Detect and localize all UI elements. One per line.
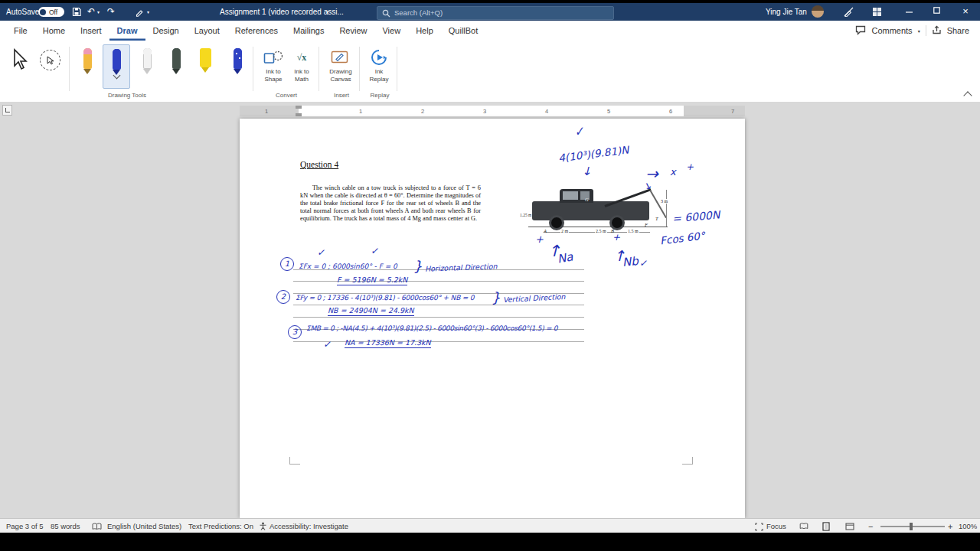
redo-icon[interactable]: ↷ bbox=[107, 6, 115, 17]
document-area: 1 1 2 3 4 5 6 7 Question 4 The winch cab… bbox=[0, 102, 980, 518]
zoom-slider-thumb[interactable] bbox=[910, 523, 913, 530]
undo-dropdown-caret[interactable]: ▾ bbox=[97, 9, 100, 15]
answer-line bbox=[293, 317, 584, 318]
lasso-select-icon[interactable] bbox=[40, 50, 60, 70]
point-label-g: G bbox=[585, 197, 589, 202]
ribbon-divider bbox=[253, 47, 253, 91]
pen-tool-amber[interactable] bbox=[74, 44, 101, 89]
zoom-slider-track[interactable] bbox=[880, 526, 945, 527]
action-pen-tool-blue[interactable] bbox=[224, 44, 251, 89]
editing-pen-icon[interactable] bbox=[844, 7, 854, 18]
tab-quillbot[interactable]: QuillBot bbox=[441, 21, 486, 41]
autosave-toggle[interactable]: Off bbox=[38, 7, 64, 17]
title-dropdown-caret[interactable]: ▾ bbox=[326, 9, 328, 15]
language-status[interactable]: English (United States) bbox=[107, 522, 181, 530]
ink-brace: } bbox=[492, 289, 500, 305]
autosave-toggle-knob bbox=[40, 9, 46, 15]
tab-draw[interactable]: Draw bbox=[109, 21, 145, 41]
user-avatar[interactable] bbox=[812, 5, 824, 18]
tab-home[interactable]: Home bbox=[35, 21, 73, 41]
tab-view[interactable]: View bbox=[374, 21, 408, 41]
share-button[interactable]: Share bbox=[947, 26, 969, 35]
tab-insert[interactable]: Insert bbox=[73, 21, 109, 41]
ink-nb-label: Nb bbox=[622, 254, 639, 269]
drawing-canvas-button[interactable]: Drawing Canvas bbox=[322, 47, 360, 94]
focus-icon bbox=[755, 523, 763, 533]
tab-help[interactable]: Help bbox=[408, 21, 441, 41]
focus-button[interactable]: Focus bbox=[766, 522, 786, 530]
comments-caret[interactable]: ▾ bbox=[918, 28, 920, 34]
ink-plus-sign: + bbox=[535, 233, 544, 245]
ink-checkmark: ✓ bbox=[639, 258, 647, 269]
search-box[interactable]: Search (Alt+Q) bbox=[377, 6, 614, 20]
ink-eq1-number: 1 bbox=[280, 257, 294, 271]
first-line-indent-marker[interactable] bbox=[296, 106, 302, 109]
ink-eq3-number: 3 bbox=[288, 325, 302, 339]
ink-to-math-label-1: Ink to bbox=[286, 68, 317, 76]
text-predictions-status[interactable]: Text Predictions: On bbox=[188, 522, 253, 530]
comments-button[interactable]: Comments bbox=[871, 26, 912, 35]
tab-design[interactable]: Design bbox=[145, 21, 187, 41]
ink-replay-icon bbox=[361, 47, 397, 68]
tab-stop-selector[interactable] bbox=[2, 105, 12, 116]
ink-checkmark: ✓ bbox=[371, 246, 378, 256]
tab-references[interactable]: References bbox=[227, 21, 286, 41]
problem-statement: The winch cable on a tow truck is subjec… bbox=[300, 184, 481, 223]
ink-to-math-button[interactable]: √x Ink to Math bbox=[286, 47, 317, 94]
close-button[interactable]: × bbox=[954, 3, 977, 21]
ink-replay-button[interactable]: Ink Replay bbox=[361, 47, 397, 94]
search-placeholder: Search (Alt+Q) bbox=[394, 8, 443, 17]
ruler-number: 3 bbox=[483, 108, 486, 115]
user-name[interactable]: Ying Jie Tan bbox=[766, 8, 807, 16]
tab-mailings[interactable]: Mailings bbox=[286, 21, 332, 41]
dim-label-15m: 1.5 m bbox=[627, 229, 639, 233]
group-label-convert: Convert bbox=[254, 92, 318, 99]
minimize-button[interactable] bbox=[897, 3, 920, 21]
ruler-number: 2 bbox=[421, 108, 424, 115]
print-layout-icon[interactable] bbox=[822, 522, 830, 533]
collapse-ribbon-chevron[interactable] bbox=[963, 91, 972, 99]
document-title[interactable]: Assignment 1 (video recorded assi... bbox=[220, 8, 344, 16]
tab-file[interactable]: File bbox=[6, 21, 35, 41]
select-tool-icon[interactable] bbox=[11, 48, 29, 74]
pen-tool-white[interactable] bbox=[133, 44, 161, 89]
horizontal-ruler[interactable]: 1 1 2 3 4 5 6 7 bbox=[240, 106, 745, 116]
zoom-level[interactable]: 100% bbox=[959, 522, 977, 530]
hanging-indent-marker[interactable] bbox=[296, 113, 302, 116]
tab-review[interactable]: Review bbox=[332, 21, 374, 41]
read-mode-icon[interactable] bbox=[799, 523, 808, 531]
ruler-number: 7 bbox=[731, 108, 734, 115]
ink-replay-label-2: Replay bbox=[361, 76, 397, 83]
pen-tool-dark-gray[interactable] bbox=[162, 44, 190, 89]
undo-icon[interactable]: ↶ bbox=[87, 6, 95, 17]
ink-to-math-icon: √x bbox=[286, 47, 317, 68]
word-count[interactable]: 85 words bbox=[51, 522, 80, 530]
highlighter-tool-yellow[interactable] bbox=[191, 44, 219, 89]
quick-access-pen-icon[interactable] bbox=[135, 7, 145, 18]
ruler-number: 4 bbox=[545, 108, 548, 115]
proofing-book-icon[interactable] bbox=[92, 523, 102, 532]
ink-checkmark: ✓ bbox=[573, 124, 585, 139]
page-status[interactable]: Page 3 of 5 bbox=[6, 522, 44, 530]
apps-grid-icon[interactable] bbox=[873, 8, 881, 16]
pen-tool-blue-selected[interactable] bbox=[103, 44, 130, 89]
document-page[interactable]: Question 4 The winch cable on a tow truc… bbox=[240, 119, 745, 518]
right-dim-line bbox=[666, 190, 667, 227]
tab-layout[interactable]: Layout bbox=[187, 21, 227, 41]
point-label-t: T bbox=[655, 216, 658, 221]
ribbon-divider bbox=[69, 47, 70, 91]
ink-to-math-label-2: Math bbox=[286, 76, 317, 83]
maximize-button[interactable] bbox=[925, 3, 948, 21]
ribbon-divider bbox=[359, 47, 360, 91]
accessibility-status[interactable]: Accessibility: Investigate bbox=[270, 522, 348, 530]
ribbon-tabs: File Home Insert Draw Design Layout Refe… bbox=[6, 21, 485, 41]
search-icon bbox=[382, 9, 390, 19]
quick-access-caret[interactable]: ▾ bbox=[147, 9, 149, 15]
save-icon[interactable] bbox=[72, 7, 81, 18]
zoom-in-button[interactable]: + bbox=[948, 522, 952, 531]
web-layout-icon[interactable] bbox=[845, 523, 854, 532]
ink-x-axis-label: x bbox=[670, 166, 676, 178]
draw-ribbon: Ink to Shape √x Ink to Math Drawing Canv… bbox=[0, 41, 980, 103]
zoom-out-button[interactable]: − bbox=[868, 522, 873, 531]
ruler-text-area bbox=[299, 106, 684, 116]
